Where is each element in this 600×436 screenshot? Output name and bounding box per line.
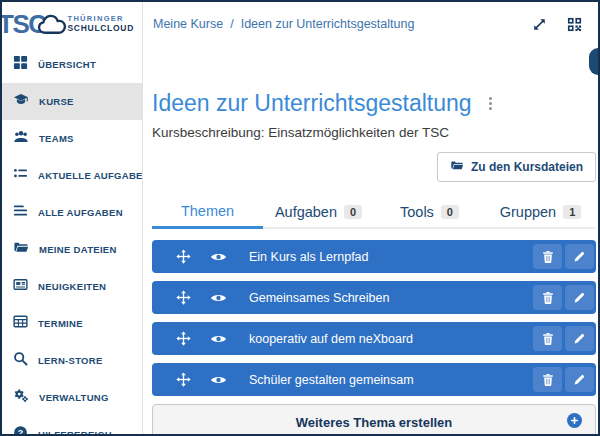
delete-topic-button[interactable]	[533, 367, 562, 392]
delete-topic-button[interactable]	[533, 244, 562, 269]
tab-count-badge: 0	[441, 205, 459, 219]
sidebar-item-alle-aufgaben[interactable]: ALLE AUFGABEN	[2, 194, 142, 231]
app-logo[interactable]: TSC THÜRINGER SCHULCLOUD	[2, 2, 143, 46]
sidebar-item-verwaltung[interactable]: VERWALTUNG	[2, 379, 142, 416]
topic-row[interactable]: Ein Kurs als Lernpfad	[152, 240, 596, 273]
sidebar-item-uebersicht[interactable]: ÜBERSICHT	[2, 46, 142, 83]
tab-label: Tools	[400, 204, 434, 220]
title-row: Ideen zur Unterrichtsgestaltung	[152, 90, 596, 117]
topic-row[interactable]: Schüler gestalten gemeinsam	[152, 363, 596, 396]
tab-count-badge: 0	[344, 205, 362, 219]
topic-title: Gemeinsames Schreiben	[249, 291, 389, 305]
breadcrumb: Meine Kurse / Ideen zur Unterrichtsgesta…	[153, 17, 414, 31]
plus-icon	[567, 413, 582, 428]
dashboard-grid-icon	[13, 55, 28, 74]
kebab-menu-icon[interactable]	[486, 94, 495, 113]
sidebar-item-label: HILFEBEREICH	[38, 429, 112, 434]
delete-topic-button[interactable]	[533, 326, 562, 351]
tab-label: Gruppen	[500, 204, 556, 220]
folder-icon	[450, 159, 464, 175]
task-list-icon	[13, 166, 28, 185]
sidebar-item-meine-dateien[interactable]: MEINE DATEIEN	[2, 231, 142, 268]
edit-topic-button[interactable]	[565, 367, 594, 392]
delete-topic-button[interactable]	[533, 285, 562, 310]
edit-topic-button[interactable]	[565, 285, 594, 310]
sidebar-item-neuigkeiten[interactable]: NEUIGKEITEN	[2, 268, 142, 305]
topic-list: Ein Kurs als Lernpfad	[152, 240, 596, 434]
course-files-button[interactable]: Zu den Kursdateien	[437, 152, 596, 182]
add-topic-button[interactable]: Weiteres Thema erstellen	[152, 404, 596, 434]
breadcrumb-parent[interactable]: Meine Kurse	[153, 17, 223, 31]
users-icon	[13, 129, 29, 148]
sidebar-item-hilfebereich[interactable]: ? HILFEBEREICH	[2, 416, 142, 434]
tab-label: Aufgaben	[275, 204, 337, 220]
add-topic-button-label: Weiteres Thema erstellen	[296, 415, 453, 430]
tab-count-badge: 1	[563, 205, 581, 219]
topic-row[interactable]: kooperativ auf dem neXboard	[152, 322, 596, 355]
qr-code-icon[interactable]	[567, 17, 582, 32]
tab-label: Themen	[181, 203, 234, 219]
edit-topic-button[interactable]	[565, 244, 594, 269]
move-icon[interactable]	[176, 249, 191, 264]
logo-line1: THÜRINGER	[68, 14, 135, 23]
gears-icon	[13, 388, 29, 407]
eye-icon[interactable]	[210, 292, 227, 304]
course-description: Kursbeschreibung: Einsatzmöglichkeiten d…	[152, 125, 596, 140]
topic-title: Schüler gestalten gemeinsam	[249, 373, 414, 387]
move-icon[interactable]	[176, 331, 191, 346]
topic-row[interactable]: Gemeinsames Schreiben	[152, 281, 596, 314]
sidebar-item-aktuelle-aufgaben[interactable]: AKTUELLE AUFGABEN	[2, 157, 142, 194]
sidebar-item-label: MEINE DATEIEN	[39, 244, 117, 255]
page-title: Ideen zur Unterrichtsgestaltung	[152, 90, 472, 117]
app-window: TSC THÜRINGER SCHULCLOUD Meine Kurse / I…	[0, 0, 600, 436]
topbar-icons	[532, 17, 582, 32]
sidebar-item-label: LERN-STORE	[38, 355, 103, 366]
topic-title: Ein Kurs als Lernpfad	[249, 250, 369, 264]
sidebar-item-label: ÜBERSICHT	[38, 59, 96, 70]
search-icon	[13, 351, 28, 370]
sidebar-item-kurse[interactable]: KURSE	[2, 83, 142, 120]
sidebar-item-label: ALLE AUFGABEN	[38, 207, 123, 218]
calendar-icon	[13, 314, 28, 333]
actions-row: Zu den Kursdateien	[152, 152, 596, 182]
tab-gruppen[interactable]: Gruppen 1	[485, 196, 596, 229]
graduation-cap-icon	[13, 92, 29, 111]
sidebar-item-label: NEUIGKEITEN	[38, 281, 106, 292]
eye-icon[interactable]	[210, 251, 227, 263]
breadcrumb-separator: /	[230, 17, 233, 31]
tab-bar: Themen Aufgaben 0 Tools 0 Gruppen 1	[152, 196, 596, 229]
newspaper-icon	[13, 277, 28, 296]
tab-themen[interactable]: Themen	[152, 196, 263, 229]
sidebar-item-label: TERMINE	[38, 318, 83, 329]
breadcrumb-current[interactable]: Ideen zur Unterrichtsgestaltung	[241, 17, 415, 31]
tab-aufgaben[interactable]: Aufgaben 0	[263, 196, 374, 229]
topic-title: kooperativ auf dem neXboard	[249, 332, 413, 346]
sidebar: ÜBERSICHT KURSE TEAMS	[2, 46, 143, 434]
sidebar-item-termine[interactable]: TERMINE	[2, 305, 142, 342]
logo-wordmark: THÜRINGER SCHULCLOUD	[68, 14, 135, 33]
eye-icon[interactable]	[210, 333, 227, 345]
course-files-button-label: Zu den Kursdateien	[471, 160, 583, 174]
move-icon[interactable]	[176, 372, 191, 387]
top-bar: TSC THÜRINGER SCHULCLOUD Meine Kurse / I…	[2, 2, 598, 46]
sidebar-item-lern-store[interactable]: LERN-STORE	[2, 342, 142, 379]
sidebar-item-teams[interactable]: TEAMS	[2, 120, 142, 157]
sidebar-item-label: VERWALTUNG	[39, 392, 109, 403]
fullscreen-icon[interactable]	[532, 17, 547, 32]
edit-topic-button[interactable]	[565, 326, 594, 351]
cloud-icon	[37, 13, 67, 36]
sidebar-item-label: AKTUELLE AUFGABEN	[38, 170, 143, 181]
logo-line2: SCHULCLOUD	[68, 23, 135, 33]
eye-icon[interactable]	[210, 374, 227, 386]
folder-icon	[13, 240, 29, 259]
sidebar-item-label: TEAMS	[39, 133, 74, 144]
help-icon: ?	[13, 425, 28, 434]
tab-tools[interactable]: Tools 0	[374, 196, 485, 229]
sidebar-item-label: KURSE	[39, 96, 74, 107]
svg-text:?: ?	[18, 428, 23, 435]
list-icon	[13, 203, 28, 222]
move-icon[interactable]	[176, 290, 191, 305]
main-content: Ideen zur Unterrichtsgestaltung Kursbesc…	[144, 46, 598, 434]
